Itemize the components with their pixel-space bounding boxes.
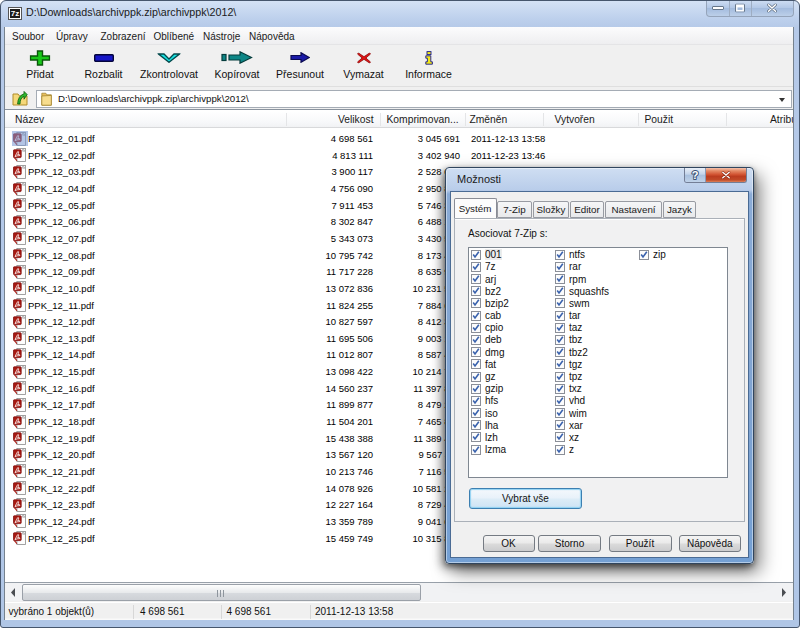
svg-text:?: ? bbox=[691, 169, 698, 181]
